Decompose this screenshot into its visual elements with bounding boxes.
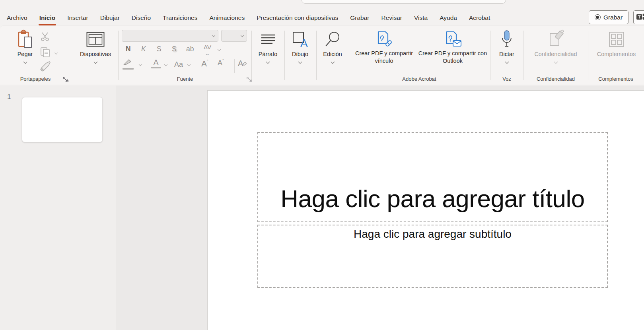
paragraph-icon xyxy=(261,29,276,50)
sensitivity-icon xyxy=(547,29,564,50)
chevron-down-icon xyxy=(23,60,27,64)
paste-button[interactable]: Pegar xyxy=(11,29,39,63)
chevron-down-icon xyxy=(241,34,244,37)
chevron-down-icon xyxy=(505,60,509,64)
decrease-font-a: A xyxy=(218,59,222,67)
editing-button[interactable]: Edición xyxy=(317,29,348,63)
copy-icon xyxy=(40,47,51,59)
chevron-down-icon xyxy=(266,60,270,64)
dialog-launcher-icon[interactable] xyxy=(247,77,252,82)
font-color-button[interactable]: A xyxy=(151,58,161,68)
font-name-select[interactable] xyxy=(122,30,218,42)
drawing-icon: A xyxy=(292,29,309,50)
create-pdf-outlook-button[interactable]: Crear PDF y compartir con Outlook xyxy=(417,29,488,65)
tab-grabar[interactable]: Grabar xyxy=(344,11,375,25)
clear-formatting-button[interactable]: A xyxy=(238,59,247,67)
group-divider xyxy=(588,31,588,80)
copy-button[interactable] xyxy=(40,47,57,59)
tab-presentacion[interactable]: Presentación con diapositivas xyxy=(251,11,344,25)
record-button-label: Grabar xyxy=(603,14,623,21)
tab-diseno[interactable]: Diseño xyxy=(126,11,157,25)
tab-ayuda[interactable]: Ayuda xyxy=(434,11,463,25)
tab-insertar[interactable]: Insertar xyxy=(61,11,94,25)
chevron-down-icon xyxy=(93,60,97,64)
change-case-button[interactable]: Aa xyxy=(174,61,183,68)
underline-button[interactable]: S xyxy=(157,46,161,53)
tab-transiciones[interactable]: Transiciones xyxy=(157,11,203,25)
increase-font-button[interactable]: Aˆ xyxy=(201,59,208,68)
tab-dibujar[interactable]: Dibujar xyxy=(94,11,126,25)
group-divider xyxy=(251,31,252,80)
chevron-down-icon[interactable] xyxy=(164,63,167,66)
bold-button[interactable]: N xyxy=(126,46,131,53)
ribbon: Pegar xyxy=(0,25,644,85)
subtitle-placeholder-text: Haga clic para agregar subtítulo xyxy=(354,225,512,287)
slides-button[interactable]: Diapositivas xyxy=(74,29,117,63)
slide-layout-icon xyxy=(86,29,105,50)
format-painter-button[interactable] xyxy=(40,61,52,74)
slide-thumbnail[interactable] xyxy=(22,97,103,142)
strikethrough-button[interactable]: ab xyxy=(186,46,194,53)
pdf-link-icon xyxy=(375,29,393,50)
pdf-outlook-icon xyxy=(444,29,462,50)
chevron-down-icon xyxy=(298,60,302,64)
drawing-button[interactable]: A Dibujo xyxy=(285,29,315,63)
scissors-cut-icon xyxy=(40,31,50,43)
dialog-launcher-icon[interactable] xyxy=(63,77,68,82)
button-divider xyxy=(198,59,198,73)
title-placeholder-text: Haga clic para agregar título xyxy=(280,184,584,221)
search-input[interactable] xyxy=(302,0,506,4)
title-placeholder[interactable]: Haga clic para agregar título xyxy=(257,132,608,222)
tab-acrobat[interactable]: Acrobat xyxy=(463,11,496,25)
subtitle-placeholder[interactable]: Haga clic para agregar subtítulo xyxy=(257,225,608,288)
teams-icon xyxy=(636,12,644,23)
create-pdf-link-label: Crear PDF y compartir vínculo xyxy=(354,50,414,65)
tab-animaciones[interactable]: Animaciones xyxy=(203,11,251,25)
tab-inicio[interactable]: Inicio xyxy=(33,11,61,25)
chevron-down-icon[interactable] xyxy=(139,63,142,66)
editing-label: Edición xyxy=(323,50,342,58)
decrease-font-button[interactable]: Aˇ xyxy=(218,59,224,66)
sensitivity-label: Confidencialidad xyxy=(534,50,577,58)
addins-button[interactable]: Complementos xyxy=(589,29,644,58)
record-icon xyxy=(595,14,601,20)
cut-button[interactable] xyxy=(40,31,50,43)
voice-group-label: Voz xyxy=(485,76,529,82)
chevron-down-icon xyxy=(331,60,335,64)
slides-label: Diapositivas xyxy=(80,50,111,58)
clipboard-group-label: Portapapeles xyxy=(14,76,57,82)
tab-vista[interactable]: Vista xyxy=(408,11,434,25)
addins-label: Complementos xyxy=(597,50,636,58)
window-bottom-edge xyxy=(0,329,644,329)
spacing-arrows-icon: ↔ xyxy=(205,51,210,56)
font-color-a: A xyxy=(154,58,159,66)
chevron-down-icon[interactable] xyxy=(187,63,191,66)
dictate-button[interactable]: Dictar xyxy=(492,29,521,63)
paragraph-button[interactable]: Párrafo xyxy=(252,29,284,63)
text-shadow-button[interactable]: S xyxy=(172,46,177,53)
tab-revisar[interactable]: Revisar xyxy=(375,11,408,25)
dictate-label: Dictar xyxy=(499,50,514,58)
tab-archivo[interactable]: Archivo xyxy=(1,11,33,25)
text-highlight-button[interactable] xyxy=(123,59,134,70)
record-button[interactable]: Grabar xyxy=(589,10,628,24)
chevron-down-icon[interactable] xyxy=(218,48,221,51)
group-divider xyxy=(490,31,490,80)
teams-button[interactable] xyxy=(633,10,644,24)
font-size-select[interactable] xyxy=(221,30,247,42)
create-pdf-link-button[interactable]: Crear PDF y compartir vínculo xyxy=(353,29,415,65)
sensitivity-button[interactable]: Confidencialidad xyxy=(524,29,587,63)
group-divider xyxy=(523,31,523,80)
chevron-down-icon xyxy=(212,34,215,37)
sensitivity-group-label: Confidencialidad xyxy=(534,76,578,82)
italic-button[interactable]: K xyxy=(141,46,146,53)
font-group-label: Fuente xyxy=(163,76,207,82)
character-spacing-button[interactable]: AV ↔ xyxy=(204,44,211,56)
ribbon-tab-bar: Archivo Inicio Insertar Dibujar Diseño T… xyxy=(0,10,644,25)
slide-canvas[interactable]: Haga clic para agregar título Haga clic … xyxy=(207,90,644,330)
chevron-down-icon xyxy=(554,60,558,64)
powerpoint-window: Archivo Inicio Insertar Dibujar Diseño T… xyxy=(0,0,644,330)
microphone-icon xyxy=(500,29,513,50)
ribbon-tabs: Archivo Inicio Insertar Dibujar Diseño T… xyxy=(1,10,496,25)
character-spacing-label: AV xyxy=(204,44,211,50)
